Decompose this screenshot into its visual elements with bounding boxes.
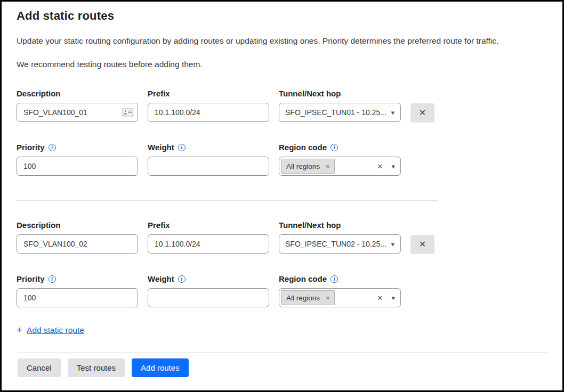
info-icon[interactable]: i: [49, 144, 56, 151]
dialog-content: Add static routes Update your static rou…: [2, 2, 562, 335]
route-1-prefix-field: Prefix: [148, 89, 269, 122]
region-code-select[interactable]: All regions × ✕ ▾: [279, 157, 401, 176]
chevron-down-icon: ▾: [391, 241, 394, 248]
info-icon[interactable]: i: [49, 275, 56, 283]
region-code-label: Region code: [279, 143, 327, 152]
dialog-note: We recommend testing routes before addin…: [17, 59, 547, 70]
remove-route-button[interactable]: ✕: [410, 235, 434, 254]
test-routes-button[interactable]: Test routes: [68, 358, 125, 377]
priority-label: Priority: [17, 274, 45, 283]
close-icon: ✕: [419, 109, 426, 117]
chevron-down-icon: ▾: [391, 109, 394, 116]
dialog-description: Update your static routing configuration…: [17, 36, 547, 46]
priority-label: Priority: [17, 143, 45, 152]
tunnel-label: Tunnel/Next hop: [279, 89, 401, 98]
remove-route-button[interactable]: ✕: [410, 103, 434, 123]
route-2-row-1: Description Prefix Tunnel/Next hop SFO_I…: [17, 220, 547, 254]
page-title: Add static routes: [17, 9, 547, 23]
tunnel-select-value: SFO_IPSEC_TUN01 - 10.25...: [285, 108, 391, 117]
route-2-region-field: Region code i All regions × ✕ ▾: [279, 274, 401, 307]
tunnel-select[interactable]: SFO_IPSEC_TUN01 - 10.25... ▾: [279, 103, 401, 122]
route-1-description-field: Description: [17, 89, 138, 122]
plus-icon: +: [17, 325, 22, 335]
tunnel-select-value: SFO_IPSEC_TUN02 - 10.25...: [285, 240, 391, 248]
route-1-weight-field: Weight i: [148, 143, 269, 176]
route-2-row-2: Priority i Weight i Region code i: [17, 274, 547, 307]
region-tag: All regions ×: [281, 159, 335, 174]
dialog-footer: Cancel Test routes Add routes: [2, 352, 562, 390]
clear-selection-icon[interactable]: ✕: [377, 162, 383, 170]
prefix-label: Prefix: [148, 89, 269, 98]
description-input[interactable]: [17, 234, 138, 254]
chevron-down-icon: ▾: [391, 295, 395, 301]
info-icon[interactable]: i: [178, 144, 186, 151]
close-icon: ✕: [419, 240, 426, 249]
tunnel-label: Tunnel/Next hop: [279, 220, 401, 230]
description-label: Description: [17, 220, 138, 230]
clear-selection-icon[interactable]: ✕: [377, 294, 383, 302]
weight-label: Weight: [148, 274, 174, 283]
description-input-wrap: [17, 103, 138, 122]
add-static-route-link[interactable]: Add static route: [27, 325, 84, 335]
prefix-input[interactable]: [148, 234, 269, 254]
description-label: Description: [17, 89, 138, 98]
weight-label: Weight: [148, 143, 174, 152]
region-tag-label: All regions: [286, 162, 320, 170]
route-2-tunnel-field: Tunnel/Next hop SFO_IPSEC_TUN02 - 10.25.…: [279, 220, 401, 254]
route-2-weight-field: Weight i: [148, 274, 269, 307]
remove-tag-icon[interactable]: ×: [326, 294, 330, 302]
cancel-button[interactable]: Cancel: [18, 358, 61, 377]
description-input[interactable]: [17, 103, 138, 122]
route-divider: [17, 200, 438, 201]
region-tag-label: All regions: [286, 294, 320, 302]
route-2-description-field: Description: [17, 220, 138, 254]
route-2-prefix-field: Prefix: [148, 220, 269, 254]
route-1-row-2: Priority i Weight i Region code i: [17, 143, 547, 176]
chevron-down-icon: ▾: [391, 163, 395, 170]
region-tag: All regions ×: [281, 290, 335, 305]
priority-input[interactable]: [17, 157, 138, 176]
weight-input[interactable]: [148, 157, 269, 176]
route-1-priority-field: Priority i: [17, 143, 138, 176]
add-static-route-row: + Add static route: [17, 325, 547, 335]
weight-input[interactable]: [148, 288, 269, 307]
info-icon[interactable]: i: [331, 144, 338, 151]
priority-input[interactable]: [17, 288, 138, 307]
contact-card-icon[interactable]: [123, 109, 133, 117]
info-icon[interactable]: i: [331, 275, 338, 283]
route-1-tunnel-field: Tunnel/Next hop SFO_IPSEC_TUN01 - 10.25.…: [279, 89, 401, 122]
prefix-input[interactable]: [148, 103, 269, 122]
add-routes-button[interactable]: Add routes: [132, 358, 189, 377]
info-icon[interactable]: i: [178, 275, 186, 283]
add-static-routes-dialog: Add static routes Update your static rou…: [0, 0, 564, 392]
route-1-row-1: Description Prefix: [17, 89, 547, 123]
remove-tag-icon[interactable]: ×: [326, 162, 330, 170]
region-code-label: Region code: [279, 274, 327, 283]
route-1-region-field: Region code i All regions × ✕ ▾: [279, 143, 401, 176]
region-code-select[interactable]: All regions × ✕ ▾: [279, 288, 401, 307]
tunnel-select[interactable]: SFO_IPSEC_TUN02 - 10.25... ▾: [279, 234, 401, 254]
route-2-priority-field: Priority i: [17, 274, 138, 307]
prefix-label: Prefix: [148, 220, 269, 230]
